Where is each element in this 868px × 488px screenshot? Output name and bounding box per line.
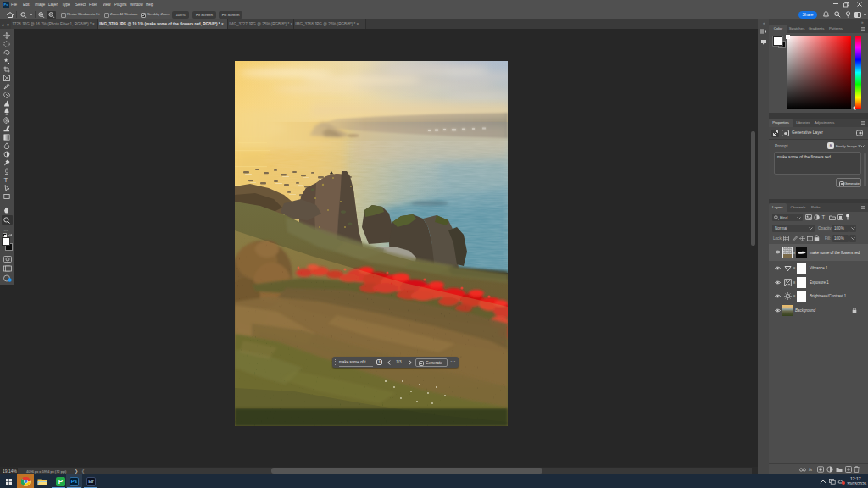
svg-text:T: T [4, 176, 8, 183]
